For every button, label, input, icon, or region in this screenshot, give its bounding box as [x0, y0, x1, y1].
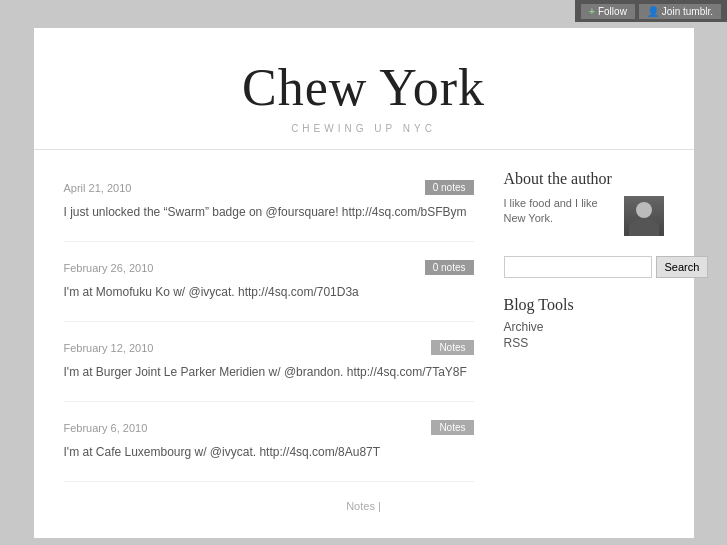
content-area: April 21, 2010 0 notes I just unlocked t…: [34, 170, 694, 490]
follow-label: Follow: [598, 6, 627, 17]
about-section: About the author I like food and I like …: [504, 170, 664, 236]
post-notes-badge[interactable]: Notes: [431, 420, 473, 435]
person-icon: 👤: [647, 6, 659, 17]
post-date: February 12, 2010: [64, 342, 154, 354]
post-item: February 26, 2010 0 notes I'm at Momofuk…: [64, 250, 474, 322]
post-notes-badge[interactable]: 0 notes: [425, 260, 474, 275]
about-heading: About the author: [504, 170, 664, 188]
post-meta: April 21, 2010 0 notes: [64, 180, 474, 195]
post-meta: February 12, 2010 Notes: [64, 340, 474, 355]
follow-button[interactable]: + Follow: [581, 4, 635, 19]
join-label: Join tumblr.: [662, 6, 713, 17]
search-button[interactable]: Search: [656, 256, 709, 278]
post-item: April 21, 2010 0 notes I just unlocked t…: [64, 170, 474, 242]
top-bar: + Follow 👤 Join tumblr.: [575, 0, 727, 22]
author-block: I like food and I like New York.: [504, 196, 664, 236]
post-notes-badge[interactable]: 0 notes: [425, 180, 474, 195]
archive-link[interactable]: Archive: [504, 320, 664, 334]
rss-link[interactable]: RSS: [504, 336, 664, 350]
site-subtitle: CHEWING UP NYC: [34, 123, 694, 134]
post-meta: February 6, 2010 Notes: [64, 420, 474, 435]
blog-tools-heading: Blog Tools: [504, 296, 664, 314]
plus-icon: +: [589, 6, 595, 17]
post-date: April 21, 2010: [64, 182, 132, 194]
post-date: February 26, 2010: [64, 262, 154, 274]
sidebar: About the author I like food and I like …: [504, 170, 664, 490]
search-row: Search: [504, 256, 664, 278]
join-button[interactable]: 👤 Join tumblr.: [639, 4, 721, 19]
post-text: I'm at Burger Joint Le Parker Meridien w…: [64, 363, 474, 381]
author-bio: I like food and I like New York.: [504, 196, 616, 227]
search-input[interactable]: [504, 256, 652, 278]
blog-tools-section: Blog Tools Archive RSS: [504, 296, 664, 350]
footer-notes: Notes |: [34, 500, 694, 512]
site-title: Chew York: [34, 58, 694, 117]
post-text: I'm at Momofuku Ko w/ @ivycat. http://4s…: [64, 283, 474, 301]
site-header: Chew York CHEWING UP NYC: [34, 28, 694, 150]
avatar: [624, 196, 664, 236]
post-item: February 12, 2010 Notes I'm at Burger Jo…: [64, 330, 474, 402]
post-meta: February 26, 2010 0 notes: [64, 260, 474, 275]
posts-column: April 21, 2010 0 notes I just unlocked t…: [64, 170, 474, 490]
post-text: I just unlocked the “Swarm” badge on @fo…: [64, 203, 474, 221]
post-date: February 6, 2010: [64, 422, 148, 434]
main-container: Chew York CHEWING UP NYC April 21, 2010 …: [34, 28, 694, 538]
post-item: February 6, 2010 Notes I'm at Cafe Luxem…: [64, 410, 474, 482]
avatar-image: [624, 196, 664, 236]
post-notes-badge[interactable]: Notes: [431, 340, 473, 355]
post-text: I'm at Cafe Luxembourg w/ @ivycat. http:…: [64, 443, 474, 461]
